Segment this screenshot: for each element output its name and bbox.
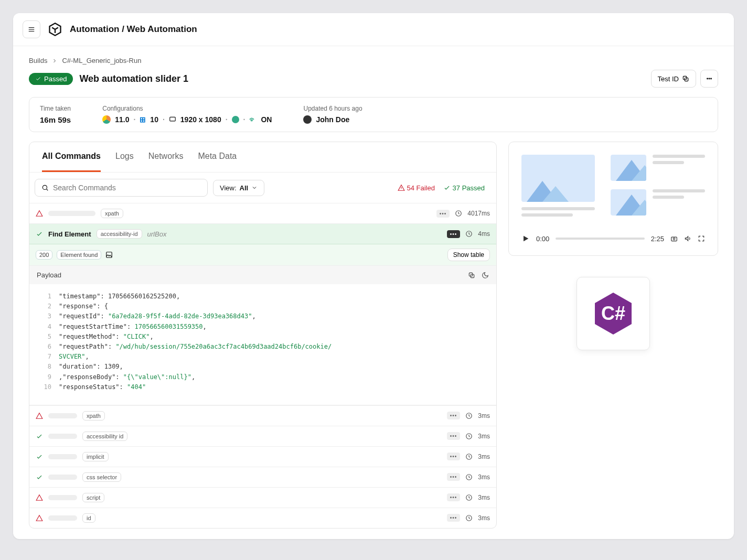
row-more[interactable]: ••• — [447, 230, 461, 238]
video-progress[interactable] — [556, 238, 644, 240]
windows-icon: ⊞ — [140, 115, 146, 124]
command-row[interactable]: xpath ••• 3ms — [29, 405, 496, 426]
check-icon — [36, 453, 43, 460]
search-input[interactable] — [53, 184, 201, 192]
command-row[interactable]: accessibility id ••• 3ms — [29, 426, 496, 446]
duration: 3ms — [478, 412, 490, 419]
video-panel: 0:00 2:25 — [508, 142, 718, 256]
locator-tag: accessibility id — [82, 432, 127, 441]
copy-icon — [682, 75, 689, 82]
warning-icon — [36, 494, 43, 501]
config-label: Configurations — [102, 105, 272, 112]
resolution: 1920 x 1080 — [180, 115, 221, 124]
duration: 3ms — [478, 473, 490, 481]
svg-rect-18 — [671, 237, 677, 241]
camera-icon[interactable] — [670, 235, 678, 242]
csharp-icon: C# — [595, 293, 632, 335]
svg-rect-9 — [106, 252, 112, 258]
tab-metadata[interactable]: Meta Data — [198, 142, 237, 172]
logo-icon — [48, 22, 62, 37]
commands-panel: All Commands Logs Networks Meta Data Vie… — [29, 142, 497, 529]
svg-rect-5 — [170, 117, 176, 121]
row-more[interactable]: ••• — [447, 412, 461, 419]
command-row[interactable]: implicit ••• 3ms — [29, 446, 496, 467]
command-row[interactable]: xpath ••• 4017ms — [29, 203, 496, 223]
video-time-end: 2:25 — [651, 235, 664, 243]
command-row-selected[interactable]: Find Element accessibility-id urlBox •••… — [29, 223, 496, 244]
chevron-right-icon — [51, 58, 58, 64]
view-filter[interactable]: View: All — [213, 180, 264, 196]
duration: 4017ms — [467, 210, 490, 217]
copy-icon[interactable] — [468, 272, 475, 279]
avatar — [303, 115, 312, 124]
check-icon — [443, 184, 451, 191]
tab-logs[interactable]: Logs — [115, 142, 134, 172]
image-icon[interactable] — [105, 251, 113, 259]
video-thumb-small — [611, 155, 705, 181]
command-status-bar: 200 Element found Show table — [29, 244, 496, 265]
theme-icon[interactable] — [482, 272, 489, 279]
row-more[interactable]: ••• — [447, 453, 461, 460]
check-icon — [36, 473, 43, 481]
user-name: John Doe — [316, 115, 349, 124]
time-taken-value: 16m 59s — [40, 115, 71, 124]
breadcrumb: Builds C#-ML_Generic_jobs-Run — [29, 57, 718, 64]
clock-icon — [465, 453, 473, 460]
svg-point-4 — [711, 78, 712, 79]
monitor-icon — [169, 116, 176, 123]
crumb-root[interactable]: Builds — [29, 57, 47, 64]
row-more[interactable]: ••• — [447, 473, 461, 481]
updated-label: Updated 6 hours ago — [303, 105, 362, 112]
command-name: Find Element — [48, 230, 91, 238]
test-id-button[interactable]: Test ID — [651, 70, 696, 88]
warning-icon — [36, 412, 43, 419]
proxy-icon: ᯤ — [249, 115, 257, 124]
command-row[interactable]: id ••• 3ms — [29, 508, 496, 528]
menu-button[interactable] — [23, 20, 40, 38]
search-icon — [41, 184, 49, 191]
crumb-current: C#-ML_Generic_jobs-Run — [62, 57, 141, 64]
show-table-button[interactable]: Show table — [447, 249, 490, 261]
command-row[interactable]: css selector ••• 3ms — [29, 467, 496, 487]
play-icon[interactable] — [521, 234, 530, 243]
browser-version: 11.0 — [115, 115, 129, 124]
command-row[interactable]: script ••• 3ms — [29, 487, 496, 508]
clock-icon — [465, 433, 473, 440]
payload-code: 1"timestamp": 170566560162525200, 2 "res… — [29, 284, 496, 405]
locator-value: urlBox — [147, 230, 167, 238]
locator-tag: id — [82, 513, 95, 523]
payload-header: Payload — [29, 265, 496, 284]
volume-icon[interactable] — [684, 235, 691, 242]
row-more[interactable]: ••• — [447, 514, 461, 522]
failed-count: 54 Failed — [398, 184, 435, 192]
row-more[interactable]: ••• — [436, 210, 450, 218]
time-taken-label: Time taken — [40, 105, 71, 112]
row-more[interactable]: ••• — [447, 493, 461, 501]
locator-tag: accessibility-id — [97, 229, 142, 239]
duration: 3ms — [478, 433, 490, 440]
tech-logo-card: C# — [508, 277, 718, 350]
locator-tag: css selector — [82, 472, 121, 482]
svg-point-19 — [673, 238, 675, 240]
check-icon — [35, 76, 41, 82]
clock-icon — [465, 473, 473, 481]
menu-icon — [28, 26, 35, 33]
more-button[interactable] — [700, 70, 718, 88]
fullscreen-icon[interactable] — [698, 235, 705, 242]
tab-all-commands[interactable]: All Commands — [42, 142, 101, 172]
locator-tag: implicit — [82, 452, 109, 461]
clock-icon — [465, 494, 473, 501]
tab-networks[interactable]: Networks — [148, 142, 184, 172]
svg-point-2 — [707, 78, 708, 79]
video-player[interactable]: 0:00 2:25 — [521, 234, 705, 243]
warning-icon — [36, 514, 43, 522]
status-badge: Passed — [29, 73, 73, 85]
locator-tag: script — [82, 493, 104, 502]
search-box[interactable] — [35, 179, 208, 197]
duration: 3ms — [478, 453, 490, 460]
more-icon — [706, 75, 713, 82]
row-more[interactable]: ••• — [447, 432, 461, 440]
duration: 3ms — [478, 494, 490, 501]
warning-icon — [398, 184, 405, 191]
os-version: 10 — [150, 115, 158, 124]
